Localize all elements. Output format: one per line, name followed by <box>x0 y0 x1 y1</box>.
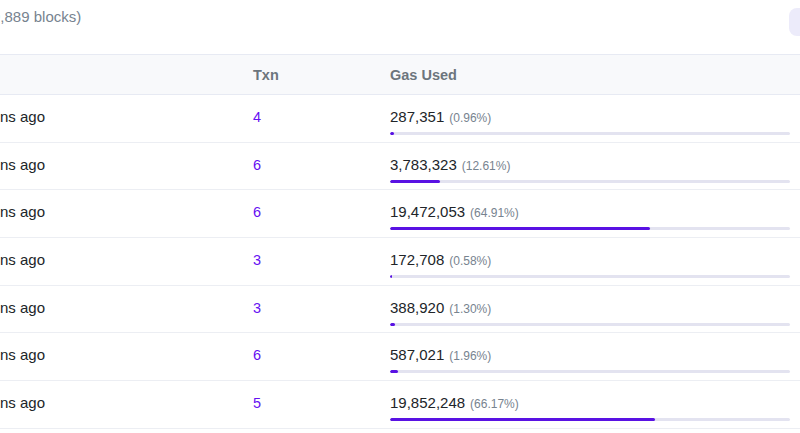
gas-used-percent: (66.17%) <box>470 397 519 411</box>
block-age: ns ago <box>0 394 45 411</box>
block-age: ns ago <box>0 203 45 220</box>
gas-used-bar-track <box>390 323 790 326</box>
gas-used-bar-track <box>390 418 790 421</box>
gas-used-bar-fill <box>390 323 395 326</box>
gas-used-value: 287,351 <box>390 108 444 125</box>
blocks-table: Txn Gas Used ns ago 4 287,351(0.96%) ns … <box>0 54 800 429</box>
table-row: ns ago 4 287,351(0.96%) <box>0 95 800 143</box>
block-age: ns ago <box>0 156 45 173</box>
table-row: ns ago 6 587,021(1.96%) <box>0 333 800 381</box>
txn-count-link[interactable]: 5 <box>253 395 261 411</box>
txn-count-link[interactable]: 6 <box>253 347 261 363</box>
gas-used-value: 19,852,248 <box>390 394 465 411</box>
txn-count-link[interactable]: 6 <box>253 204 261 220</box>
table-row: ns ago 6 3,783,323(12.61%) <box>0 143 800 191</box>
gas-used-bar-fill <box>390 227 650 230</box>
gas-used-percent: (0.58%) <box>449 254 491 268</box>
table-row: ns ago 6 19,472,053(64.91%) <box>0 190 800 238</box>
table-row: ns ago 3 172,708(0.58%) <box>0 238 800 286</box>
block-age: ns ago <box>0 346 45 363</box>
pagination-button-partial[interactable] <box>789 8 800 36</box>
gas-used-bar-track <box>390 275 790 278</box>
gas-used-bar-track <box>390 132 790 135</box>
gas-used-value: 587,021 <box>390 346 444 363</box>
block-age: ns ago <box>0 299 45 316</box>
gas-used-bar-fill <box>390 370 398 373</box>
gas-used-bar-fill <box>390 132 394 135</box>
gas-used-percent: (1.30%) <box>449 302 491 316</box>
gas-used-bar-fill <box>390 418 655 421</box>
gas-used-value: 19,472,053 <box>390 203 465 220</box>
gas-used-value: 388,920 <box>390 299 444 316</box>
txn-count-link[interactable]: 3 <box>253 252 261 268</box>
gas-used-percent: (0.96%) <box>449 111 491 125</box>
txn-count-link[interactable]: 4 <box>253 109 261 125</box>
gas-used-bar-fill <box>390 180 440 183</box>
gas-used-percent: (12.61%) <box>462 159 511 173</box>
gas-used-bar-fill <box>390 275 392 278</box>
gas-used-value: 172,708 <box>390 251 444 268</box>
table-row: ns ago 5 19,852,248(66.17%) <box>0 381 800 429</box>
txn-count-link[interactable]: 6 <box>253 157 261 173</box>
block-age: ns ago <box>0 108 45 125</box>
table-row: ns ago 3 388,920(1.30%) <box>0 286 800 334</box>
gas-used-value: 3,783,323 <box>390 156 457 173</box>
block-age: ns ago <box>0 251 45 268</box>
gas-used-bar-track <box>390 370 790 373</box>
gas-used-bar-track <box>390 227 790 230</box>
gas-used-percent: (1.96%) <box>449 349 491 363</box>
txn-count-link[interactable]: 3 <box>253 300 261 316</box>
gas-used-percent: (64.91%) <box>470 206 519 220</box>
column-header-gas-used: Gas Used <box>390 67 800 83</box>
table-header-row: Txn Gas Used <box>0 54 800 95</box>
block-count-caption: 9,889 blocks) <box>0 8 81 25</box>
blocks-table-screen: 9,889 blocks) Txn Gas Used ns ago 4 287,… <box>0 0 800 433</box>
column-header-txn: Txn <box>253 67 390 83</box>
gas-used-bar-track <box>390 180 790 183</box>
